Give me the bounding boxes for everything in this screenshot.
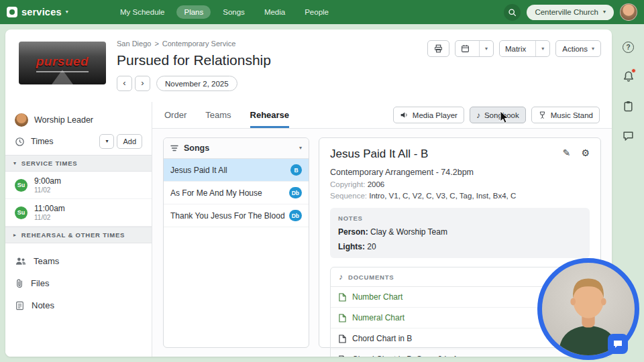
chevron-right-icon: ▸ (13, 233, 17, 238)
media-player-label: Media Player (413, 111, 458, 119)
plan-date[interactable]: November 2, 2025 (156, 76, 237, 91)
copyright-value: 2006 (368, 180, 385, 188)
next-plan-button[interactable]: › (135, 76, 150, 91)
chat-button[interactable] (622, 129, 635, 142)
service-time-row[interactable]: Su 11:00am 11/02 (5, 199, 152, 227)
document-label: Chord Chart in B, Song 2 in A (352, 355, 458, 357)
document-link[interactable]: Chord Chart in B, Song 2 in A (331, 349, 589, 357)
chevron-down-icon: ▾ (66, 9, 68, 15)
help-button[interactable]: ? (622, 40, 635, 54)
org-selector[interactable]: Centerville Church ▾ (527, 5, 614, 20)
chevron-down-icon: ▾ (479, 41, 493, 56)
key-badge: Db (289, 210, 302, 221)
sidebar-links: Teams Files Notes (5, 250, 152, 316)
nav-media[interactable]: Media (257, 5, 292, 19)
chat-icon (623, 130, 634, 141)
chevron-left-icon: ‹ (123, 78, 125, 88)
series-artwork[interactable]: pursued (19, 42, 106, 84)
gear-icon[interactable]: ⚙ (581, 147, 590, 158)
music-stand-button[interactable]: Music Stand (531, 107, 600, 123)
chevron-right-icon: › (141, 78, 144, 88)
clipboard-icon (623, 101, 634, 112)
arrangement-label: Contemporary Arrangement - 74.2bpm (330, 168, 590, 177)
song-row[interactable]: Thank You Jesus For The Blood Db (164, 204, 309, 227)
service-time-row[interactable]: Su 9:00am 11/02 (5, 172, 152, 199)
add-time-button[interactable]: Add (117, 134, 142, 149)
document-label: Number Chart (352, 292, 402, 302)
tab-order[interactable]: Order (164, 102, 186, 128)
print-button[interactable] (427, 40, 449, 57)
songs-header-label: Songs (184, 143, 209, 153)
note-icon (15, 301, 24, 310)
chevron-down-icon: ▾ (535, 41, 549, 56)
notifications-button[interactable] (622, 70, 635, 83)
series-artwork-tagline (36, 71, 89, 72)
worship-leader-row[interactable]: Worship Leader (5, 107, 152, 133)
times-label: Times (31, 137, 54, 146)
tab-teams[interactable]: Teams (205, 102, 231, 128)
songbook-button[interactable]: ♪ Songbook (470, 107, 526, 123)
file-icon (339, 355, 346, 357)
document-label: Numeral Chart (352, 313, 405, 322)
chevron-down-icon: ▾ (592, 46, 594, 52)
service-time: 11:00am (34, 204, 65, 213)
rehearse-toolbar: Media Player ♪ Songbook Music Stand (393, 107, 600, 123)
chevron-down-icon: ▾ (603, 9, 606, 15)
user-avatar[interactable] (620, 3, 637, 21)
nav-songs[interactable]: Songs (215, 5, 252, 19)
sequence-label: Sequence: (330, 192, 367, 200)
date-navigation: ‹ › November 2, 2025 (117, 76, 237, 91)
service-time: 9:00am (34, 176, 61, 186)
nav-plans[interactable]: Plans (176, 5, 211, 19)
tab-rehearse[interactable]: Rehearse (250, 102, 290, 128)
actions-button[interactable]: Actions ▾ (555, 40, 601, 57)
series-artwork-title: pursued (36, 54, 89, 69)
media-player-button[interactable]: Media Player (393, 107, 464, 123)
rehearsal-times-title: Rehearsal & Other Times (21, 231, 125, 239)
prev-plan-button[interactable]: ‹ (117, 76, 132, 91)
copyright-label: Copyright: (330, 180, 365, 188)
tabs-bar: Order Teams Rehearse Media Player ♪ Song… (152, 102, 612, 129)
matrix-button[interactable]: Matrix ▾ (499, 40, 550, 57)
song-row[interactable]: Jesus Paid It All B (164, 159, 309, 182)
sidebar-item-notes[interactable]: Notes (5, 294, 152, 316)
sidebar-item-label: Teams (34, 256, 59, 266)
nav-people[interactable]: People (297, 5, 336, 19)
chevron-down-icon: ▾ (105, 139, 108, 144)
day-badge: Su (15, 179, 28, 192)
brand[interactable]: services ▾ (7, 7, 107, 17)
breadcrumb-separator: > (154, 40, 158, 48)
help-icon: ? (623, 42, 634, 53)
app-rail: ? (612, 32, 644, 142)
nav-my-schedule[interactable]: My Schedule (113, 5, 172, 19)
org-name: Centerville Church (535, 8, 598, 16)
header-actions: ▾ Matrix ▾ Actions ▾ (427, 40, 601, 57)
sidebar-item-files[interactable]: Files (5, 272, 152, 294)
song-title: Thank You Jesus For The Blood (170, 211, 285, 221)
documents-title: Documents (348, 274, 394, 281)
services-logo-icon (7, 7, 17, 17)
service-times-title: Service Times (21, 160, 78, 167)
sidebar-item-teams[interactable]: Teams (5, 250, 152, 272)
calendar-button[interactable]: ▾ (455, 40, 494, 57)
plan-header: pursued San Diego > Contemporary Service… (5, 29, 612, 102)
edit-icon[interactable]: ✎ (563, 147, 571, 158)
service-times-header[interactable]: ▾ Service Times (5, 155, 152, 172)
breadcrumb-current[interactable]: Contemporary Service (162, 40, 235, 48)
song-row[interactable]: As For Me And My House Db (164, 182, 309, 204)
filter-icon (170, 145, 178, 152)
times-dropdown-button[interactable]: ▾ (99, 134, 114, 149)
rehearsal-times-header[interactable]: ▸ Rehearsal & Other Times (5, 227, 152, 243)
song-title: Jesus Paid It All (170, 166, 227, 175)
songs-panel-header[interactable]: Songs ▾ (164, 138, 309, 159)
breadcrumb-parent[interactable]: San Diego (117, 40, 151, 48)
music-stand-icon (538, 111, 547, 119)
songs-panel: Songs ▾ Jesus Paid It All B As For Me An… (163, 137, 309, 348)
chat-widget-badge[interactable] (608, 334, 628, 354)
file-icon (339, 314, 346, 322)
tasks-button[interactable] (622, 99, 635, 113)
sequence-line: Sequence: Intro, V1, C, V2, C, V3, C, Ta… (330, 192, 590, 200)
page-title: Pursued for Relationship (117, 52, 271, 68)
clock-icon (15, 137, 25, 147)
search-button[interactable] (504, 4, 521, 21)
